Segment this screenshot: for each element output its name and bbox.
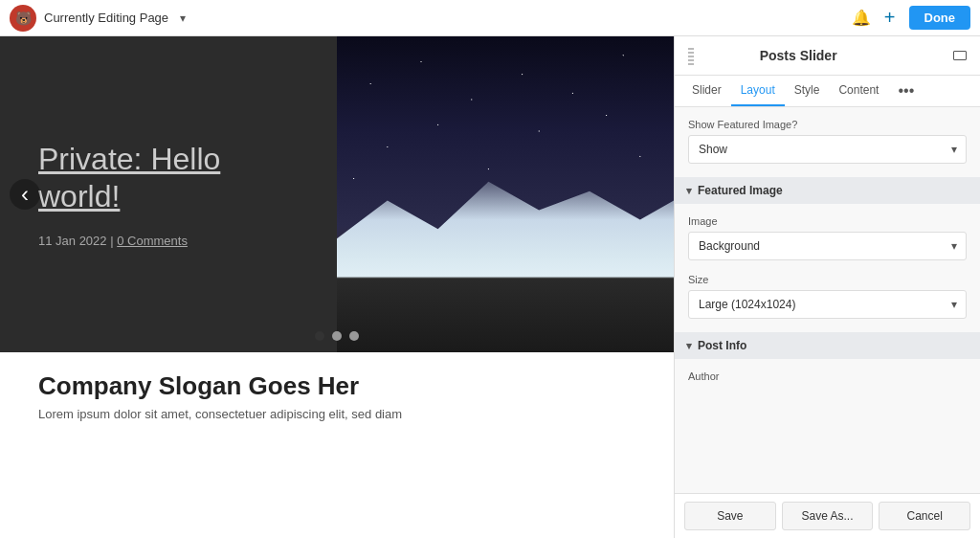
prev-arrow-button[interactable]: ‹ [10,179,40,210]
slide-left-panel: Private: Hello world! 11 Jan 2022 | 0 Co… [0,36,337,352]
top-bar: 🐻 Currently Editing Page ▾ 🔔 + Done [0,0,980,36]
image-select[interactable]: Background Thumbnail None [688,232,967,260]
dot-2[interactable] [332,331,342,341]
slide-meta: 11 Jan 2022 | 0 Comments [38,234,299,248]
slider-dots [315,331,359,341]
canvas-area: Private: Hello world! 11 Jan 2022 | 0 Co… [0,36,674,538]
save-button[interactable]: Save [684,502,776,530]
add-button[interactable]: + [879,7,902,29]
site-logo: 🐻 [10,5,36,32]
show-featured-select[interactable]: Show Hide [688,135,967,164]
show-featured-label: Show Featured Image? [688,119,967,130]
panel-body: Show Featured Image? Show Hide ▾ Feature… [675,107,980,493]
panel-actions: Save Save As... Cancel [675,493,980,538]
author-label: Author [688,370,967,382]
slide-right-panel [337,36,674,352]
size-select-wrapper: Large (1024x1024) Medium (300x300) Thumb… [688,290,967,319]
image-label: Image [688,215,967,227]
slide-date: 11 Jan 2022 [38,234,107,248]
page-title: Currently Editing Page [44,11,168,25]
slider-section: Private: Hello world! 11 Jan 2022 | 0 Co… [0,36,674,352]
panel-header: Posts Slider [675,36,980,76]
post-info-section-title: Post Info [698,339,746,352]
dot-1[interactable] [315,331,324,341]
panel-title: Posts Slider [760,48,837,63]
drag-handle[interactable] [688,46,694,65]
dot-3[interactable] [349,331,359,341]
content-text: Lorem ipsum dolor sit amet, consectetuer… [38,407,635,421]
content-heading: Company Slogan Goes Her [38,371,635,401]
settings-panel: Posts Slider Slider Layout Style Content… [674,36,980,538]
tab-layout[interactable]: Layout [731,76,785,106]
tab-slider[interactable]: Slider [682,76,731,106]
show-featured-select-wrapper: Show Hide [688,135,967,164]
slide-background: Private: Hello world! 11 Jan 2022 | 0 Co… [0,36,674,352]
post-info-chevron: ▾ [686,340,692,352]
tab-style[interactable]: Style [785,76,830,106]
main-area: Private: Hello world! 11 Jan 2022 | 0 Co… [0,36,980,538]
size-field: Size Large (1024x1024) Medium (300x300) … [688,274,967,319]
more-options-icon[interactable]: ••• [890,77,922,105]
done-button[interactable]: Done [909,6,971,30]
minimize-icon[interactable] [953,51,967,60]
author-field: Author [688,370,967,382]
tab-content[interactable]: Content [829,76,888,106]
chevron-down-icon[interactable]: ▾ [180,11,186,25]
slide-comments-link[interactable]: 0 Comments [117,234,188,248]
bell-icon[interactable]: 🔔 [852,9,871,27]
panel-tabs: Slider Layout Style Content ••• [675,76,980,107]
show-featured-field: Show Featured Image? Show Hide [688,119,967,164]
featured-image-section-header[interactable]: ▾ Featured Image [675,177,980,204]
save-as-button[interactable]: Save As... [782,502,874,530]
slide-title: Private: Hello world! [38,141,299,214]
logo-emoji: 🐻 [15,11,32,26]
cancel-button[interactable]: Cancel [879,502,970,530]
image-select-wrapper: Background Thumbnail None [688,232,967,260]
featured-image-chevron: ▾ [686,185,692,197]
featured-image-section-title: Featured Image [698,184,783,197]
post-info-section-header[interactable]: ▾ Post Info [675,332,980,359]
size-select[interactable]: Large (1024x1024) Medium (300x300) Thumb… [688,290,967,319]
size-label: Size [688,274,967,285]
content-section: Company Slogan Goes Her Lorem ipsum dolo… [0,352,674,431]
image-field: Image Background Thumbnail None [688,215,967,260]
